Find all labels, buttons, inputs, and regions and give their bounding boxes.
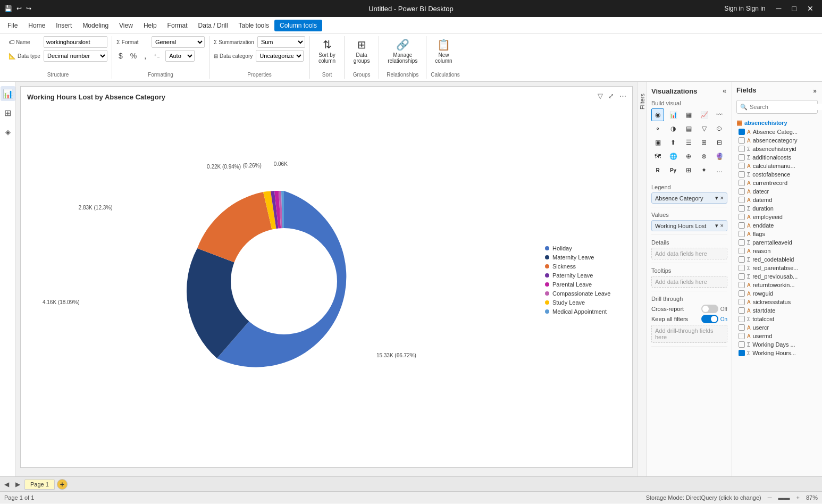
decimal-symbol[interactable]: ⁺₋ (152, 52, 162, 61)
viz-icon-gauge[interactable]: ⏲ (713, 122, 726, 135)
data-groups-button[interactable]: ⊞ Datagroups (349, 36, 374, 66)
percent-symbol[interactable]: % (128, 51, 139, 61)
field-item-datemd[interactable]: A datemd (736, 196, 818, 204)
close-button[interactable]: ✕ (803, 3, 818, 14)
menu-view[interactable]: View (114, 20, 138, 31)
viz-icon-bar[interactable]: 📊 (667, 108, 680, 121)
field-cb-working-hours[interactable] (739, 350, 745, 356)
field-cb-calculatemanu[interactable] (739, 163, 745, 169)
tooltips-placeholder[interactable]: Add data fields here (651, 276, 727, 288)
field-cb-absencehistoryid[interactable] (739, 146, 745, 152)
field-item-working-hours[interactable]: Σ Working Hours... (736, 349, 818, 357)
undo-icon[interactable]: ↩ (16, 5, 22, 12)
menu-table-tools[interactable]: Table tools (233, 20, 274, 31)
field-item-red-previousab[interactable]: Σ red_previousab... (736, 272, 818, 281)
page-nav-next[interactable]: ▶ (13, 481, 22, 488)
field-cb-absencecategory[interactable] (739, 137, 745, 144)
menu-modeling[interactable]: Modeling (77, 20, 114, 31)
field-cb-additionalcosts[interactable] (739, 154, 745, 161)
save-icon[interactable]: 💾 (4, 5, 12, 12)
field-cb-startdate[interactable] (739, 307, 745, 314)
field-item-absencehistoryid[interactable]: Σ absencehistoryid (736, 145, 818, 153)
ribbon-auto-select[interactable]: Auto (165, 50, 195, 62)
field-item-absence-categ[interactable]: A Absence Categ... (736, 128, 818, 136)
field-cb-red-codetableid[interactable] (739, 256, 745, 263)
field-item-flags[interactable]: A flags (736, 230, 818, 238)
menu-format[interactable]: Format (162, 20, 193, 31)
field-item-reason[interactable]: A reason (736, 247, 818, 255)
field-item-rowguid[interactable]: A rowguid (736, 289, 818, 298)
viz-icon-decomp[interactable]: ⊗ (698, 150, 710, 163)
maximize-button[interactable]: □ (788, 3, 801, 14)
field-cb-usercr[interactable] (739, 324, 745, 331)
field-cb-flags[interactable] (739, 231, 745, 237)
field-item-usercr[interactable]: A usercr (736, 323, 818, 332)
ribbon-format-select[interactable]: General (152, 36, 205, 48)
field-item-currentrecord[interactable]: A currentrecord (736, 179, 818, 187)
report-view-icon[interactable]: 📊 (1, 86, 15, 101)
field-item-startdate[interactable]: A startdate (736, 306, 818, 315)
field-cb-datemd[interactable] (739, 197, 745, 203)
viz-icon-r[interactable]: R (651, 164, 664, 177)
add-page-button[interactable]: + (57, 479, 68, 490)
viz-icon-treemap[interactable]: ▤ (682, 122, 695, 135)
field-cb-working-days[interactable] (739, 341, 745, 348)
currency-symbol[interactable]: $ (116, 51, 125, 61)
legend-x-icon[interactable]: × (720, 195, 724, 201)
field-item-enddate[interactable]: A enddate (736, 221, 818, 230)
field-item-calculatemanu[interactable]: A calculatemanu... (736, 162, 818, 170)
viz-icon-filled-map[interactable]: 🌐 (667, 150, 680, 163)
menu-home[interactable]: Home (23, 20, 51, 31)
viz-icon-ai[interactable]: 🔮 (713, 150, 726, 163)
ribbon-summarization-select[interactable]: Sum (257, 36, 305, 48)
viz-icon-scatter[interactable]: ⚬ (651, 122, 664, 135)
zoom-plus[interactable]: + (796, 494, 800, 501)
field-cb-currentrecord[interactable] (739, 180, 745, 186)
ribbon-name-input[interactable] (44, 36, 107, 48)
model-view-icon[interactable]: ◈ (1, 124, 15, 139)
field-item-datecr[interactable]: A datecr (736, 187, 818, 196)
field-item-usermd[interactable]: A usermd (736, 332, 818, 340)
fields-search-input[interactable] (750, 104, 822, 110)
field-cb-totalcost[interactable] (739, 316, 745, 322)
ribbon-datacategory-select[interactable]: Uncategorized (256, 50, 304, 62)
viz-icon-kpi[interactable]: ⬆ (667, 136, 680, 149)
sign-in-button[interactable]: Sign inSign in (724, 5, 765, 12)
page-nav-prev[interactable]: ◀ (2, 481, 11, 488)
new-column-button[interactable]: 📋 Newcolumn (431, 36, 456, 66)
filters-label[interactable]: Filters (638, 90, 647, 113)
chart-container[interactable]: ▽ ⤢ ⋯ Working Hours Lost by Absence Cate… (20, 86, 633, 468)
cross-report-toggle[interactable]: Off (701, 305, 727, 313)
field-group-absencehistory[interactable]: ▦ absencehistory (736, 118, 818, 128)
legend-dropdown-icon[interactable]: ▾ (715, 195, 718, 201)
viz-icon-table[interactable]: ⊞ (698, 136, 710, 149)
details-placeholder[interactable]: Add data fields here (651, 248, 727, 259)
page-tab-1[interactable]: Page 1 (24, 479, 55, 490)
field-cb-reason[interactable] (739, 248, 745, 254)
viz-icon-matrix[interactable]: ⊟ (713, 136, 726, 149)
data-view-icon[interactable]: ⊞ (1, 105, 15, 120)
field-item-absencecategory[interactable]: A absencecategory (736, 136, 818, 145)
redo-icon[interactable]: ↪ (26, 5, 31, 12)
viz-icon-card[interactable]: ▣ (651, 136, 664, 149)
menu-file[interactable]: File (2, 20, 23, 31)
field-item-parentalleaveid[interactable]: Σ parentalleaveid (736, 238, 818, 247)
field-cb-absence-categ[interactable] (739, 129, 745, 135)
field-item-red-parentabse[interactable]: Σ red_parentabse... (736, 264, 818, 272)
viz-icon-custom1[interactable]: ⊞ (682, 164, 695, 177)
field-item-duration[interactable]: Σ duration (736, 204, 818, 213)
minimize-button[interactable]: ─ (772, 3, 786, 14)
comma-symbol[interactable]: , (142, 51, 148, 61)
viz-icon-azure-map[interactable]: ⊕ (682, 150, 695, 163)
field-cb-sicknessstatus[interactable] (739, 299, 745, 305)
values-x-icon[interactable]: × (720, 222, 724, 229)
ribbon-datatype-select[interactable]: Decimal number (44, 50, 107, 62)
field-item-employeeid[interactable]: A employeeid (736, 213, 818, 221)
viz-icon-pie[interactable]: ◑ (667, 122, 680, 135)
viz-icon-funnel[interactable]: ▽ (698, 122, 710, 135)
viz-icon-map[interactable]: 🗺 (651, 150, 664, 163)
storage-mode[interactable]: Storage Mode: DirectQuery (click to chan… (646, 494, 761, 501)
field-item-red-codetableid[interactable]: Σ red_codetableid (736, 255, 818, 264)
field-cb-enddate[interactable] (739, 222, 745, 229)
field-cb-parentalleaveid[interactable] (739, 239, 745, 246)
